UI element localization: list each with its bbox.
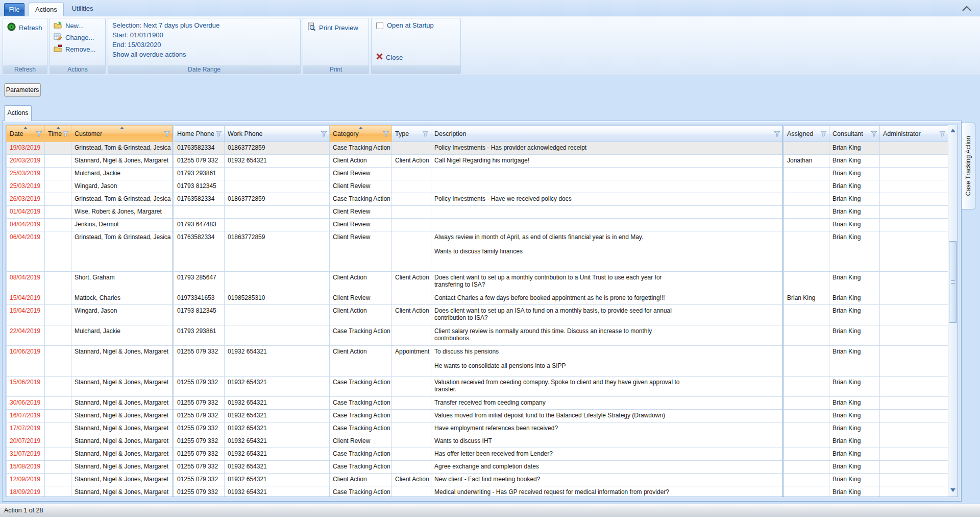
side-tab-case-tracking-action[interactable]: Case Tracking Action — [961, 123, 975, 209]
cell-description[interactable] — [431, 219, 783, 231]
cell-type[interactable] — [392, 168, 431, 180]
cell-administrator[interactable] — [880, 193, 948, 206]
remove-action-button[interactable]: Remove... — [50, 43, 105, 55]
cell-time[interactable] — [45, 486, 71, 497]
cell-category[interactable]: Client Action — [330, 474, 392, 486]
cell-consultant[interactable]: Brian King — [829, 272, 880, 292]
cell-assigned[interactable] — [783, 435, 829, 448]
cell-description[interactable]: Does client want to set up a monthly con… — [431, 272, 783, 292]
cell-consultant[interactable]: Brian King — [829, 448, 880, 461]
cell-customer[interactable]: Mattock, Charles — [71, 292, 174, 305]
cell-customer[interactable]: Stannard, Nigel & Jones, Margaret — [71, 486, 174, 497]
column-header-administrator[interactable]: Administrator — [880, 126, 948, 142]
cell-consultant[interactable]: Brian King — [829, 486, 880, 497]
cell-type[interactable]: Client Action — [392, 155, 431, 168]
cell-description[interactable]: Always review in month of April, as end … — [431, 231, 783, 272]
cell-time[interactable] — [45, 142, 71, 155]
cell-time[interactable] — [45, 397, 71, 410]
cell-type[interactable] — [392, 461, 431, 474]
cell-assigned[interactable] — [783, 346, 829, 377]
cell-home_phone[interactable] — [174, 206, 225, 219]
tab-actions-page[interactable]: Actions — [4, 105, 32, 121]
cell-category[interactable]: Client Action — [330, 272, 392, 292]
cell-assigned[interactable] — [783, 219, 829, 231]
cell-description[interactable] — [431, 168, 783, 180]
collapse-ribbon-icon[interactable] — [962, 5, 972, 14]
column-header-date[interactable]: Date — [7, 126, 45, 142]
cell-date[interactable]: 18/09/2019 — [7, 486, 45, 497]
cell-administrator[interactable] — [880, 292, 948, 305]
cell-date[interactable]: 12/09/2019 — [7, 474, 45, 486]
filter-funnel-icon[interactable] — [215, 131, 222, 137]
cell-time[interactable] — [45, 377, 71, 397]
cell-assigned[interactable] — [783, 142, 829, 155]
cell-assigned[interactable] — [783, 325, 829, 346]
cell-assigned[interactable] — [783, 206, 829, 219]
cell-work_phone[interactable]: 01932 654321 — [225, 397, 330, 410]
cell-description[interactable] — [431, 206, 783, 219]
cell-time[interactable] — [45, 305, 71, 325]
cell-work_phone[interactable] — [225, 305, 330, 325]
cell-administrator[interactable] — [880, 325, 948, 346]
cell-administrator[interactable] — [880, 486, 948, 497]
cell-type[interactable]: Client Action — [392, 305, 431, 325]
cell-date[interactable]: 19/03/2019 — [7, 142, 45, 155]
cell-category[interactable]: Client Review — [330, 180, 392, 193]
cell-time[interactable] — [45, 461, 71, 474]
cell-consultant[interactable]: Brian King — [829, 422, 880, 435]
new-action-button[interactable]: New... — [50, 18, 105, 32]
cell-home_phone[interactable]: 01763582334 — [174, 231, 225, 272]
cell-date[interactable]: 25/03/2019 — [7, 168, 45, 180]
cell-time[interactable] — [45, 435, 71, 448]
column-header-category[interactable]: Category — [330, 126, 392, 142]
cell-time[interactable] — [45, 168, 71, 180]
cell-date[interactable]: 15/04/2019 — [7, 305, 45, 325]
cell-customer[interactable]: Stannard, Nigel & Jones, Margaret — [71, 448, 174, 461]
cell-administrator[interactable] — [880, 346, 948, 377]
cell-home_phone[interactable]: 01255 079 332 — [174, 461, 225, 474]
cell-home_phone[interactable]: 01793 293861 — [174, 325, 225, 346]
cell-administrator[interactable] — [880, 180, 948, 193]
cell-type[interactable] — [392, 422, 431, 435]
cell-description[interactable]: New client - Fact find meeting booked? — [431, 474, 783, 486]
cell-date[interactable]: 30/06/2019 — [7, 397, 45, 410]
cell-administrator[interactable] — [880, 272, 948, 292]
cell-customer[interactable]: Wingard, Jason — [71, 305, 174, 325]
cell-description[interactable]: Client salary review is normally around … — [431, 325, 783, 346]
cell-consultant[interactable]: Brian King — [829, 435, 880, 448]
cell-consultant[interactable]: Brian King — [829, 292, 880, 305]
cell-assigned[interactable] — [783, 448, 829, 461]
cell-description[interactable]: Transfer received from ceeding company — [431, 397, 783, 410]
cell-time[interactable] — [45, 422, 71, 435]
cell-assigned[interactable] — [783, 377, 829, 397]
cell-date[interactable]: 20/03/2019 — [7, 155, 45, 168]
cell-assigned[interactable] — [783, 461, 829, 474]
cell-assigned[interactable] — [783, 168, 829, 180]
cell-assigned[interactable] — [783, 193, 829, 206]
cell-consultant[interactable]: Brian King — [829, 206, 880, 219]
cell-category[interactable]: Client Review — [330, 292, 392, 305]
cell-work_phone[interactable]: 01985285310 — [225, 292, 330, 305]
cell-time[interactable] — [45, 325, 71, 346]
cell-description[interactable]: Policy Investments - Has provider acknow… — [431, 142, 783, 155]
cell-home_phone[interactable]: 01763582334 — [174, 193, 225, 206]
cell-category[interactable]: Client Action — [330, 346, 392, 377]
filter-funnel-icon[interactable] — [871, 131, 877, 137]
cell-home_phone[interactable]: 01255 079 332 — [174, 346, 225, 377]
filter-funnel-icon[interactable] — [62, 131, 69, 137]
cell-description[interactable]: Valuation received from ceeding comapny.… — [431, 377, 783, 397]
cell-category[interactable]: Client Action — [330, 305, 392, 325]
cell-consultant[interactable]: Brian King — [829, 231, 880, 272]
cell-customer[interactable]: Mulchard, Jackie — [71, 325, 174, 346]
cell-assigned[interactable] — [783, 474, 829, 486]
cell-administrator[interactable] — [880, 305, 948, 325]
show-overdue-link[interactable]: Show all overdue actions — [112, 50, 300, 59]
cell-type[interactable] — [392, 193, 431, 206]
print-preview-button[interactable]: Print Preview — [303, 18, 369, 35]
cell-customer[interactable]: Stannard, Nigel & Jones, Margaret — [71, 435, 174, 448]
cell-type[interactable] — [392, 410, 431, 422]
cell-time[interactable] — [45, 410, 71, 422]
cell-home_phone[interactable]: 01255 079 332 — [174, 474, 225, 486]
cell-time[interactable] — [45, 219, 71, 231]
scroll-up-icon[interactable] — [950, 129, 955, 132]
